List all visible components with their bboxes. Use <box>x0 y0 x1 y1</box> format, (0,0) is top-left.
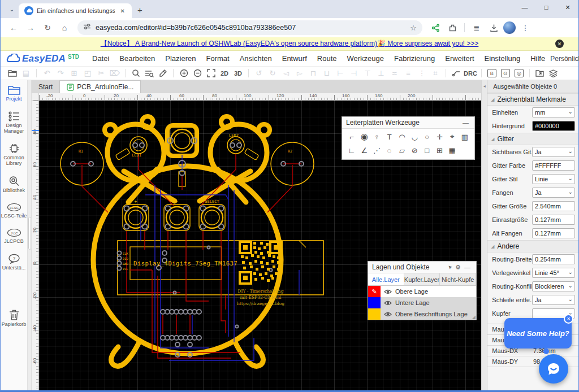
align-middle-button[interactable]: ⊤ <box>361 68 374 79</box>
find-similar-button[interactable] <box>143 68 155 79</box>
menu-fabrizierung[interactable]: Fabrizierung <box>389 54 440 63</box>
window-maximize-button[interactable]: □ <box>535 0 557 15</box>
align-center-button[interactable]: ⊥ <box>375 68 387 79</box>
notice-close-icon[interactable]: ✕ <box>555 40 564 48</box>
schleife-entfernen-select[interactable]: Ja <box>532 295 575 305</box>
gitter-groesse-field[interactable]: 2.540mm <box>532 201 575 211</box>
angle-tool-icon[interactable]: ∠ <box>358 144 370 156</box>
menu-format[interactable]: Format <box>201 54 234 63</box>
zoom-in-button[interactable] <box>178 68 190 79</box>
align-bottom-button[interactable]: ⊔ <box>321 68 333 79</box>
via-tool-icon[interactable]: ♀ <box>370 130 383 143</box>
section-gitter[interactable]: ◢ Gitter <box>487 133 578 145</box>
menu-einstellung[interactable]: Einstellung <box>479 54 526 63</box>
menu-ansichten[interactable]: Ansichten <box>235 54 277 63</box>
pcb-canvas[interactable]: LED1 LED2 R1 R2 + - SELECT Display_4Digi… <box>39 101 481 390</box>
view-2d-button[interactable]: 2D <box>218 68 231 79</box>
layer-color-swatch[interactable]: ✎ <box>368 286 381 297</box>
fit-screen-button[interactable] <box>205 68 217 79</box>
grid-array-button[interactable]: ⌗ <box>429 68 442 79</box>
array-button[interactable]: ⋮ <box>416 68 428 79</box>
tools-panel-minimize-button[interactable]: — <box>461 119 470 126</box>
hole-tool-icon[interactable]: ⊘ <box>408 144 421 156</box>
grid-settings-button[interactable]: G <box>499 68 512 79</box>
copy-button[interactable]: ◰ <box>81 68 94 79</box>
section-andere[interactable]: ◢ Andere <box>487 240 578 252</box>
panelize-tool-icon[interactable]: ▦ <box>446 144 459 156</box>
tab-pcb-arduino[interactable]: PCB_ArduinoEie... <box>59 80 141 93</box>
undo-button[interactable]: ↶ <box>41 68 53 79</box>
easyeda-logo[interactable]: EasyEDA STD <box>5 53 79 64</box>
browser-profile-avatar[interactable] <box>503 21 516 34</box>
cut-button[interactable]: ✂ <box>95 68 107 79</box>
align-right-button[interactable]: ⊣ <box>348 68 360 79</box>
eye-visible-icon[interactable] <box>384 300 392 306</box>
connect-pads-tool-icon[interactable]: ⊞ <box>433 144 446 156</box>
search-button[interactable] <box>129 68 142 79</box>
rect-tool-icon[interactable]: □ <box>421 144 433 156</box>
personal-menu[interactable]: Persönlich <box>550 55 579 63</box>
rotate-left-button[interactable]: ↺ <box>253 68 265 79</box>
einheiten-select[interactable]: mm <box>532 107 575 117</box>
dimension-tool-icon[interactable]: ⌖ <box>446 130 459 143</box>
tab-close-icon[interactable]: ✕ <box>118 7 127 15</box>
layers-settings-gear-icon[interactable]: ⚙ <box>453 264 463 271</box>
verlegewinkel-select[interactable]: Linie 45° <box>532 268 575 278</box>
view-3d-button[interactable]: 3D <box>232 68 244 79</box>
sidebar-item-projekt[interactable]: Projekt <box>1 85 28 102</box>
menu-hilfe[interactable]: Hilfe <box>525 54 550 63</box>
menu-werkzeuge[interactable]: Werkzeuge <box>342 54 390 63</box>
eye-visible-icon[interactable] <box>384 312 392 317</box>
distribute-horizontal-button[interactable]: ≍ <box>388 68 401 79</box>
sidebar-item-jlcpcb[interactable]: J·LC JLCPCB <box>1 228 28 244</box>
circle-tool-icon[interactable]: ○ <box>421 130 433 143</box>
duplicate-button[interactable]: ⊞ <box>68 68 80 79</box>
reload-icon[interactable]: ↻ <box>40 20 55 35</box>
panel-resize-handle[interactable]: ◢ <box>472 315 476 320</box>
pad-tool-icon[interactable]: ◉ <box>358 130 370 143</box>
download-icon[interactable] <box>486 20 501 35</box>
track-tool-icon[interactable]: ⌐ <box>345 130 358 143</box>
board-outline-button[interactable]: B <box>486 68 498 79</box>
layers-panel-title[interactable]: Lagen und Objekte ➤ ⚙ — <box>368 262 476 273</box>
layers-tab-nicht-kupfer[interactable]: Nicht-Kupfe <box>440 273 476 285</box>
reading-list-icon[interactable]: ≣ <box>469 20 484 35</box>
flip-horizontal-button[interactable]: ◅ <box>280 68 292 79</box>
solid-region-tool-icon[interactable]: ▱ <box>396 144 408 156</box>
layer-manager-button[interactable] <box>547 68 560 79</box>
origin-button[interactable]: ◎ <box>513 68 525 79</box>
menu-datei[interactable]: Datei <box>87 54 114 63</box>
live-chat-button[interactable] <box>539 354 568 384</box>
einrastgroesse-field[interactable]: 0.127mm <box>532 215 575 225</box>
help-popup[interactable]: Need Some Help? ✕ <box>504 318 572 349</box>
browser-tab[interactable]: Ein einfaches und leistungsstarl ✕ <box>19 3 132 18</box>
section-sheet[interactable]: ◢ Zeichenblatt Merkmale <box>487 93 578 106</box>
sidebar-item-unterstuetzung[interactable]: ? Unterstü... <box>1 254 28 271</box>
delete-button[interactable]: ⌦ <box>109 68 121 79</box>
alt-fangen-field[interactable]: 0.127mm <box>532 228 575 238</box>
menu-erweitert[interactable]: Erweitert <box>440 54 479 63</box>
layer-color-swatch[interactable] <box>368 297 381 308</box>
menu-entwurf[interactable]: Entwurf <box>277 54 312 63</box>
eye-visible-icon[interactable] <box>384 289 392 294</box>
flip-vertical-button[interactable]: ▻ <box>293 68 306 79</box>
layer-row-bottom[interactable]: Untere Lage <box>368 297 476 308</box>
site-settings-icon[interactable] <box>83 23 91 33</box>
collapse-arrow-icon[interactable]: ◂ <box>483 84 486 89</box>
format-brush-button[interactable] <box>157 68 169 79</box>
sichtbares-gitter-select[interactable]: Ja <box>532 147 575 157</box>
routing-konflikt-select[interactable]: Blockieren <box>532 281 575 291</box>
distribute-vertical-button[interactable]: ≡ <box>402 68 414 79</box>
zoom-out-button[interactable] <box>191 68 204 79</box>
sidebar-item-bibliothek[interactable]: Bibliothek <box>1 176 28 193</box>
url-text[interactable]: easyeda.com/editor#id=b39b7c626e0545c891… <box>96 24 405 32</box>
home-icon[interactable]: ⌂ <box>57 20 72 35</box>
gitter-farbe-field[interactable]: #FFFFFF <box>532 160 575 171</box>
share-icon[interactable] <box>428 20 443 35</box>
back-icon[interactable]: ← <box>6 20 21 35</box>
arc-center-tool-icon[interactable]: ◡ <box>408 130 421 143</box>
address-bar[interactable]: easyeda.com/editor#id=b39b7c626e0545c891… <box>77 20 422 35</box>
tab-start[interactable]: Start <box>32 80 59 93</box>
extensions-icon[interactable] <box>445 20 460 35</box>
layer-row-top[interactable]: ✎ Obere Lage <box>368 286 476 297</box>
